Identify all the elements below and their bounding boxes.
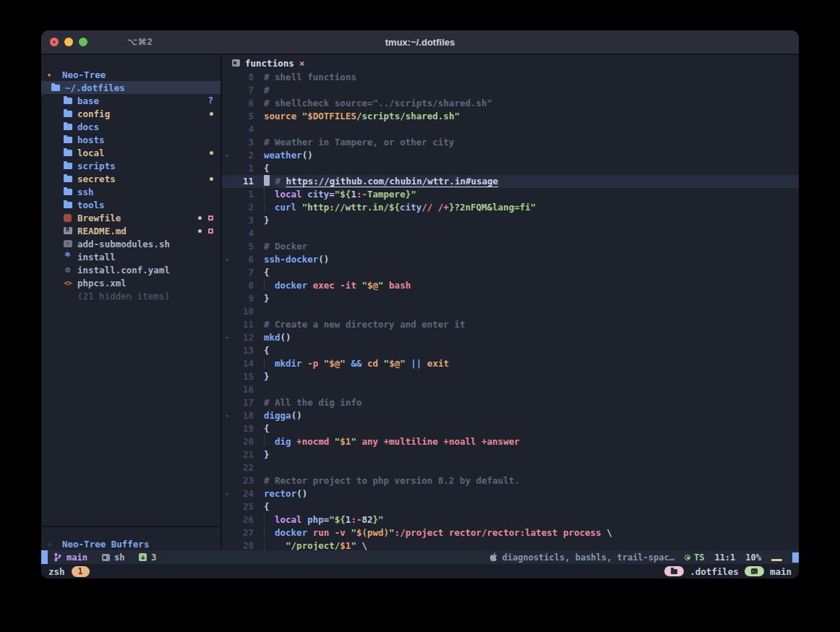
zoom-button[interactable] [79, 38, 87, 46]
tree-item-phpcs.xml[interactable]: <>phpcs.xml [41, 276, 220, 289]
line-number: 26 [232, 513, 254, 526]
gutter-fold-column [222, 396, 232, 409]
tree-item--.dotfiles[interactable]: ~/.dotfiles [41, 81, 220, 94]
minimize-button[interactable] [64, 38, 73, 46]
fold-chevron-icon: ▾ [222, 149, 232, 162]
code-line-current[interactable]: 11 # https://github.com/chubin/wttr.in#u… [222, 175, 799, 188]
code-line[interactable]: 13{ [222, 344, 799, 357]
tree-item-scripts[interactable]: scripts [41, 159, 220, 172]
tree-item-label: Brewfile [77, 213, 121, 223]
folder-icon [64, 137, 72, 143]
code-line[interactable]: 27docker run -v "$(pwd)":/project rector… [222, 526, 799, 539]
tree-item-add-submodules.sh[interactable]: ›add-submodules.sh [41, 237, 220, 250]
gutter-fold-column [222, 188, 232, 201]
code-line[interactable]: 4 [222, 227, 799, 240]
code-line[interactable]: 21} [222, 448, 799, 461]
tree-item-hosts[interactable]: hosts [41, 133, 220, 146]
line-number: 6 [232, 253, 254, 266]
code-line[interactable]: 7{ [222, 266, 799, 279]
neo-tree-header[interactable]: ▾ Neo-Tree [41, 68, 220, 81]
indent-guide [264, 201, 275, 212]
code-line[interactable]: 16 [222, 383, 799, 396]
tmux-session-name: .dotfiles [690, 566, 739, 577]
gutter-fold-column [222, 201, 232, 214]
indent-guide [264, 188, 275, 199]
code-line-text: source "$DOTFILES/scripts/shared.sh" [254, 110, 460, 123]
tree-item-install[interactable]: *install [41, 250, 220, 263]
code-line[interactable]: 25{ [222, 500, 799, 513]
code-line[interactable]: 5source "$DOTFILES/scripts/shared.sh" [222, 110, 799, 123]
tree-item-install.conf.yaml[interactable]: ⚙install.conf.yaml [41, 263, 220, 276]
code-buffer[interactable]: 8# shell functions7#6# shellcheck source… [222, 71, 799, 550]
code-line[interactable]: ▾12mkd() [222, 331, 799, 344]
tree-item-readme.md[interactable]: MREADME.md [41, 224, 220, 237]
code-line-text: curl "http://wttr.in/${city// /+}?2nFQM&… [254, 201, 536, 214]
code-line[interactable]: 17# All the dig info [222, 396, 799, 409]
code-line[interactable]: ▾18digga() [222, 409, 799, 422]
tree-item--21-hidden-items-[interactable]: (21 hidden items) [41, 289, 220, 302]
tree-item-label: phpcs.xml [77, 278, 127, 289]
code-line[interactable]: 4 [222, 123, 799, 136]
code-line[interactable]: ▾24rector() [222, 487, 799, 500]
code-line[interactable]: ▾2weather() [222, 149, 799, 162]
close-button[interactable] [50, 38, 59, 46]
tree-item-brewfile[interactable]: Brewfile [41, 211, 220, 224]
terminal-icon: ›_ [751, 568, 758, 574]
code-line[interactable]: 23# Rector project to php version 8.2 by… [222, 474, 799, 487]
code-line[interactable]: 20dig +nocmd "$1" any +multiline +noall … [222, 435, 799, 448]
xml-icon: <> [64, 279, 71, 287]
untracked-badge: ? [208, 95, 213, 106]
code-line[interactable]: 2curl "http://wttr.in/${city// /+}?2nFQM… [222, 201, 799, 214]
code-line[interactable]: ▾6ssh-docker() [222, 253, 799, 266]
code-line[interactable]: 3# Weather in Tampere, or other city [222, 136, 799, 149]
window-title: tmux:~/.dotfiles [41, 37, 799, 48]
code-line[interactable]: 1local city="${1:-Tampere}" [222, 188, 799, 201]
code-line[interactable]: 5# Docker [222, 240, 799, 253]
code-line[interactable]: 26local php="${1:-82}" [222, 513, 799, 526]
tree-item-secrets[interactable]: secrets [41, 172, 220, 185]
code-line[interactable]: 3} [222, 214, 799, 227]
code-line[interactable]: 9} [222, 292, 799, 305]
code-line[interactable]: 14mkdir -p "$@" && cd "$@" || exit [222, 357, 799, 370]
indent-guide [264, 539, 275, 550]
fold-chevron-icon: ▾ [222, 487, 232, 500]
tmux-right: .dotfiles ›_ main [664, 566, 792, 577]
tmux-window-index[interactable]: 1 [72, 566, 90, 577]
gutter-fold-column [222, 227, 232, 240]
code-line[interactable]: 28 "/project/$1" \ [222, 539, 799, 550]
tmux-window-name[interactable]: zsh [48, 566, 65, 577]
code-line[interactable]: 19{ [222, 422, 799, 435]
line-number: 13 [232, 344, 254, 357]
tmux-git-branch: main [770, 566, 792, 577]
code-line[interactable]: 6# shellcheck source="../scripts/shared.… [222, 97, 799, 110]
code-line[interactable]: 22 [222, 461, 799, 474]
tree-item-config[interactable]: config [41, 107, 220, 120]
tree-item-local[interactable]: local [41, 146, 220, 159]
buffers-section-header[interactable]: › Neo-Tree Buffers [41, 526, 220, 550]
tree-item-docs[interactable]: docs [41, 120, 220, 133]
gutter-fold-column [222, 97, 232, 110]
code-line[interactable]: 8docker exec -it "$@" bash [222, 279, 799, 292]
git-branch-status: main [53, 552, 87, 563]
code-line-text: { [254, 422, 270, 435]
circle-dot-icon [685, 555, 690, 560]
code-line[interactable]: 10 [222, 305, 799, 318]
line-number: 4 [232, 123, 254, 136]
code-line-text: } [254, 214, 270, 227]
tree-item-label: add-submodules.sh [77, 239, 170, 249]
tree-item-base[interactable]: base? [41, 94, 220, 107]
tree-item-ssh[interactable]: ssh [41, 185, 220, 198]
code-line[interactable]: 7# [222, 84, 799, 97]
tab-label: functions [245, 58, 294, 69]
tree-item-tools[interactable]: tools [41, 198, 220, 211]
tab-functions[interactable]: functions × [232, 58, 305, 69]
folder-icon [64, 124, 72, 130]
close-tab-icon[interactable]: × [299, 58, 305, 69]
code-line[interactable]: 8# shell functions [222, 71, 799, 84]
code-line[interactable]: 1{ [222, 162, 799, 175]
file-tree: ▾ Neo-Tree ~/.dotfilesbase?configdocshos… [41, 68, 220, 526]
code-line-text: { [254, 266, 270, 279]
statusline: main sh + 3 diagnosticls, bashls, trail-… [41, 550, 799, 564]
code-line[interactable]: 15} [222, 370, 799, 383]
code-line[interactable]: 11# Create a new directory and enter it [222, 318, 799, 331]
